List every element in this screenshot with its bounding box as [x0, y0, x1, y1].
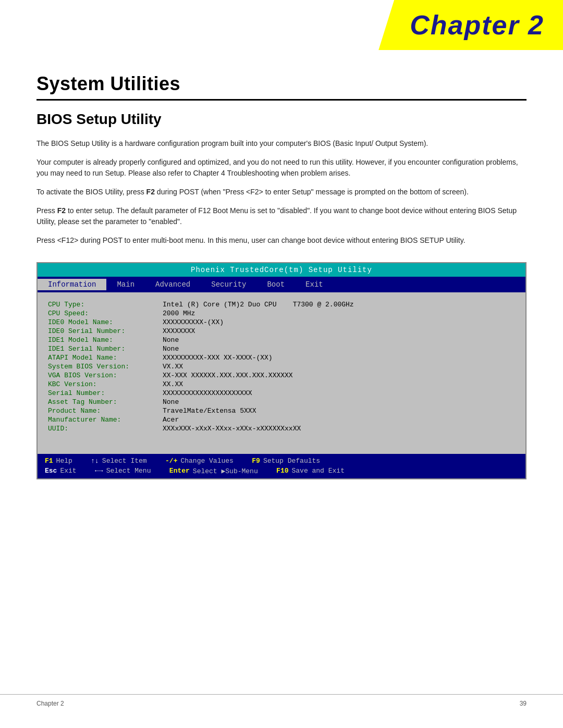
save-exit-text: Save and Exit: [291, 467, 349, 475]
bios-value: VX.XX: [163, 363, 183, 371]
paragraph-5: Press <F12> during POST to enter multi-b…: [36, 235, 527, 246]
bios-value: XXXXXXXXXXXXXXXXXXXXXX: [163, 389, 252, 397]
paragraph-1: The BIOS Setup Utility is a hardware con…: [36, 138, 527, 150]
bios-label: KBC Version:: [48, 380, 163, 388]
bios-screenshot: Phoenix TrustedCore(tm) Setup Utility In…: [36, 262, 527, 479]
enter-key: Enter: [167, 467, 192, 475]
select-submenu-text: Select ▶Sub-Menu: [192, 467, 274, 475]
bios-menu-information[interactable]: Information: [38, 279, 106, 290]
table-row: CPU Speed: 2000 MHz: [48, 309, 515, 318]
table-row: Product Name: TravelMate/Extensa 5XXX: [48, 406, 515, 415]
f9-key: F9: [250, 457, 262, 465]
paragraph-2: Your computer is already properly config…: [36, 157, 527, 179]
bios-title-bar: Phoenix TrustedCore(tm) Setup Utility: [38, 263, 525, 277]
paragraph-3: To activate the BIOS Utility, press F2 d…: [36, 187, 527, 198]
spacer: [36, 495, 527, 589]
bios-value: XXXXXXXX: [163, 327, 195, 335]
exit-text: Exit: [59, 467, 93, 475]
bios-label: Serial Number:: [48, 389, 163, 397]
help-text: Help: [55, 457, 89, 465]
bios-menu-advanced[interactable]: Advanced: [145, 279, 201, 290]
bios-label: IDE1 Model Name:: [48, 336, 163, 344]
bios-label: Asset Tag Number:: [48, 398, 163, 406]
paragraph-4: Press F2 to enter setup. The default par…: [36, 205, 527, 228]
bios-value: None: [163, 336, 179, 344]
arrow-key: ↑↓: [89, 457, 101, 465]
table-row: UUID: XXXxXXX-xXxX-XXxx-xXXx-xXXXXXXxxXX: [48, 424, 515, 433]
bios-label: Product Name:: [48, 407, 163, 415]
table-row: System BIOS Version: VX.XX: [48, 362, 515, 371]
bios-footer: F1 Help ↑↓ Select Item -/+ Change Values…: [38, 454, 525, 478]
lr-arrow-key: ←→: [93, 467, 105, 475]
bios-value: XX-XXX XXXXXX.XXX.XXX.XXX.XXXXXX: [163, 372, 293, 379]
change-values-text: Change Values: [179, 457, 250, 465]
table-row: IDE0 Model Name: XXXXXXXXXX-(XX): [48, 318, 515, 327]
bios-value: None: [163, 398, 179, 406]
section-title: BIOS Setup Utility: [36, 111, 527, 128]
table-row: VGA BIOS Version: XX-XXX XXXXXX.XXX.XXX.…: [48, 371, 515, 380]
bios-content-area: CPU Type: Intel (R) Core (TM)2 Duo CPU T…: [38, 292, 525, 454]
bios-value: XX.XX: [163, 380, 183, 388]
table-row: IDE0 Serial Number: XXXXXXXX: [48, 327, 515, 336]
bios-value: None: [163, 345, 179, 353]
bios-value: XXXXXXXXXX-(XX): [163, 318, 224, 326]
bios-footer-row-2: Esc Exit ←→ Select Menu Enter Select ▶Su…: [43, 466, 520, 476]
table-row: ATAPI Model Name: XXXXXXXXXX-XXX XX-XXXX…: [48, 353, 515, 362]
footer-chapter: Chapter 2: [36, 700, 64, 707]
chapter-banner: Chapter 2: [378, 0, 563, 50]
title-divider: [36, 99, 527, 101]
bios-value: XXXxXXX-xXxX-XXxx-xXXx-xXXXXXXxxXX: [163, 425, 301, 433]
table-row: KBC Version: XX.XX: [48, 380, 515, 389]
bios-value: Intel (R) Core (TM)2 Duo CPU T7300 @ 2.0…: [163, 301, 354, 309]
bios-value: XXXXXXXXXX-XXX XX-XXXX-(XX): [163, 354, 273, 362]
table-row: Asset Tag Number: None: [48, 398, 515, 406]
bios-menu-exit[interactable]: Exit: [295, 279, 334, 290]
bios-label: System BIOS Version:: [48, 363, 163, 371]
page-footer: Chapter 2 39: [0, 694, 563, 707]
chapter-label: Chapter 2: [410, 10, 544, 40]
table-row: IDE1 Serial Number: None: [48, 344, 515, 353]
table-row: IDE1 Model Name: None: [48, 336, 515, 344]
f10-key: F10: [274, 467, 290, 475]
bios-menu-boot[interactable]: Boot: [256, 279, 295, 290]
bios-label: CPU Speed:: [48, 310, 163, 317]
bios-value: TravelMate/Extensa 5XXX: [163, 407, 256, 415]
esc-key: Esc: [43, 467, 59, 475]
bios-value: 2000 MHz: [163, 310, 195, 317]
bios-label: VGA BIOS Version:: [48, 372, 163, 379]
f1-key: F1: [43, 457, 55, 465]
footer-page-number: 39: [520, 700, 527, 707]
main-content: System Utilities BIOS Setup Utility The …: [0, 0, 563, 620]
bios-label: UUID:: [48, 425, 163, 433]
bios-value: Acer: [163, 416, 179, 424]
bios-label: Manufacturer Name:: [48, 416, 163, 424]
bios-label: IDE0 Model Name:: [48, 318, 163, 326]
select-menu-text: Select Menu: [105, 467, 167, 475]
bios-menu-bar: Information Main Advanced Security Boot …: [38, 277, 525, 292]
table-row: CPU Type: Intel (R) Core (TM)2 Duo CPU T…: [48, 300, 515, 309]
setup-defaults-text: Setup Defaults: [262, 457, 324, 465]
table-row: Serial Number: XXXXXXXXXXXXXXXXXXXXXX: [48, 389, 515, 398]
bios-label: CPU Type:: [48, 301, 163, 309]
bios-label: ATAPI Model Name:: [48, 354, 163, 362]
table-row: Manufacturer Name: Acer: [48, 415, 515, 424]
minus-plus-key: -/+: [163, 457, 179, 465]
bios-info-table: CPU Type: Intel (R) Core (TM)2 Duo CPU T…: [48, 300, 515, 446]
page-title: System Utilities: [36, 73, 527, 95]
bios-menu-security[interactable]: Security: [201, 279, 256, 290]
bios-footer-row-1: F1 Help ↑↓ Select Item -/+ Change Values…: [43, 456, 520, 466]
bios-label: IDE1 Serial Number:: [48, 345, 163, 353]
bios-label: IDE0 Serial Number:: [48, 327, 163, 335]
select-item-text: Select Item: [101, 457, 163, 465]
bios-menu-main[interactable]: Main: [106, 279, 145, 290]
